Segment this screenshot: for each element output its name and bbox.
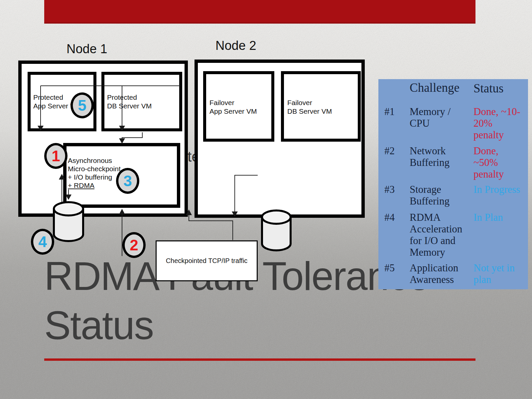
node2-label: Node 2	[215, 39, 256, 53]
table-row2-status: Done, ~50% penalty	[473, 145, 504, 180]
callout-badge-1: 1	[44, 143, 67, 169]
table-row5-status: Not yet in plan	[473, 262, 515, 285]
node1-label: Node 1	[66, 42, 107, 56]
micro-checkpoint-label: Asynchronous Micro-checkpoint + I/O buff…	[68, 156, 121, 190]
failover-db-server-vm-label: Failover DB Server VM	[287, 98, 332, 116]
table-row4-status: In Plan	[473, 211, 503, 223]
table-header-challenge: Challenge	[410, 81, 460, 94]
table-header-status: Status	[473, 82, 503, 95]
table-row3-num: #3	[384, 184, 395, 195]
table-row4-challenge: RDMA Acceleration for I/O and Memory	[410, 211, 473, 258]
table-row2-num: #2	[384, 145, 395, 157]
failover-app-server-vm-label: Failover App Server VM	[209, 98, 257, 116]
checkpointed-traffic-callout: Checkpointed TCP/IP traffic	[156, 240, 258, 281]
table-row2-challenge: Network Buffering	[410, 145, 473, 168]
top-accent-bar	[44, 0, 475, 24]
table-row1-num: #1	[384, 106, 395, 117]
challenge-status-table: Challenge Status #1 Memory / CPU Done, ~…	[378, 79, 528, 289]
micro-checkpoint-label-main: Asynchronous Micro-checkpoint + I/O buff…	[68, 157, 121, 181]
callout-badge-4: 4	[31, 229, 54, 255]
table-row4-num: #4	[384, 211, 395, 223]
table-row1-challenge: Memory / CPU	[410, 106, 473, 129]
micro-checkpoint-label-rdma: + RDMA	[68, 182, 94, 189]
callout-badge-3: 3	[116, 168, 139, 194]
title-underline-rule	[44, 358, 475, 361]
callout-badge-5: 5	[70, 92, 94, 118]
table-row3-challenge: Storage Buffering	[410, 184, 473, 207]
table-row3-status: In Progress	[473, 184, 520, 195]
table-row1-status: Done, ~10- 20% penalty	[473, 106, 520, 141]
table-row5-num: #5	[384, 262, 395, 274]
checkpointed-traffic-label: Checkpointed TCP/IP traffic	[166, 257, 248, 265]
callout-badge-2: 2	[122, 232, 146, 258]
table-row5-challenge: Application Awareness	[410, 262, 473, 285]
protected-db-server-vm-label: Protected DB Server VM	[107, 93, 152, 110]
